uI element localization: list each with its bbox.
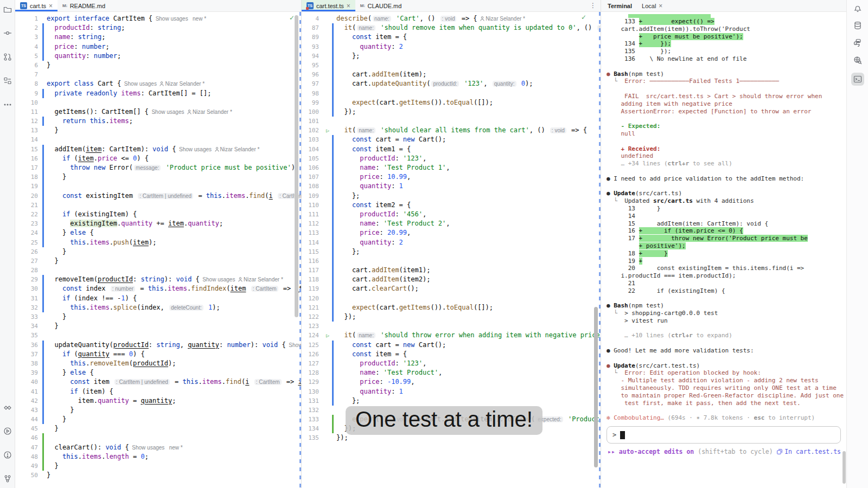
problems-icon[interactable]	[3, 450, 12, 460]
code-line[interactable]: 19	[15, 182, 301, 191]
code-line[interactable]: 44 }	[15, 415, 301, 424]
code-line[interactable]: 18 }	[15, 172, 301, 182]
code-line[interactable]: 135});	[302, 433, 601, 442]
close-tab-icon[interactable]: ×	[347, 3, 350, 9]
code-line[interactable]: 37 if (quantity === 0) {	[15, 350, 301, 359]
services-icon[interactable]	[3, 402, 12, 412]
code-line[interactable]: 14	[15, 135, 301, 144]
code-line[interactable]: 40 const item : CartItem | undefined = t…	[15, 377, 301, 387]
code-line[interactable]: 32 this.items.splice(index, deleteCount:…	[15, 303, 301, 312]
code-line[interactable]: 93 quantity: 2	[302, 42, 601, 52]
code-line[interactable]: 5 quantity: number;	[15, 52, 301, 61]
code-line[interactable]: 15 addItem(item: CartItem): void { Show …	[15, 145, 301, 154]
code-line[interactable]: 47 clearCart(): void { Show usages new *	[15, 443, 301, 452]
close-tab-icon[interactable]: ×	[659, 3, 662, 9]
code-line[interactable]: 89 const item = {	[302, 33, 601, 42]
code-line[interactable]: 98	[302, 89, 601, 98]
code-line[interactable]: 101	[302, 117, 601, 126]
code-line[interactable]: 34 }	[15, 322, 301, 331]
code-line[interactable]: 123	[302, 322, 601, 331]
code-line[interactable]: 26 }	[15, 247, 301, 256]
code-line[interactable]: 7	[15, 70, 301, 79]
code-line[interactable]: 42 item.quantity = quantity;	[15, 396, 301, 406]
code-line[interactable]: 9 private readonly items: CartItem[] = […	[15, 89, 301, 98]
code-line[interactable]: 38 this.removeItem(productId);	[15, 359, 301, 368]
code-line[interactable]: 94 };	[302, 52, 601, 61]
tab-claude-md[interactable]: M↓ CLAUDE.md	[355, 0, 407, 11]
close-tab-icon[interactable]: ×	[49, 3, 53, 9]
context-file-indicator[interactable]: In cart.test.ts	[777, 448, 841, 455]
code-line[interactable]: 116	[302, 256, 601, 266]
code-line[interactable]: 106 name: 'Test Product 1',	[302, 163, 601, 172]
code-line[interactable]: 119 cart.clearCart();	[302, 284, 601, 293]
code-line[interactable]: 111 productId: '456',	[302, 210, 601, 219]
code-line[interactable]: 113 price: 20.99,	[302, 228, 601, 237]
structure-icon[interactable]	[3, 76, 12, 86]
tab-local[interactable]: Local ×	[642, 3, 662, 9]
code-line[interactable]: 100 });	[302, 107, 601, 117]
code-line[interactable]: 127 productId: '123',	[302, 359, 601, 368]
code-line[interactable]: 121 expect(cart.getItems()).toEqual([]);	[302, 303, 601, 312]
code-line[interactable]: 49 }	[15, 461, 301, 471]
terminal-icon[interactable]	[851, 73, 864, 86]
code-line[interactable]: 133 expect(() : void => cart.addItem(ite…	[302, 415, 601, 424]
code-line[interactable]: 30 const index : number = this.items.fin…	[15, 284, 301, 293]
code-line[interactable]: 16 if (item.price <= 0) {	[15, 154, 301, 163]
code-line[interactable]: 103 const cart = new Cart();	[302, 135, 601, 144]
code-line[interactable]: 107 price: 10.99,	[302, 172, 601, 182]
code-line[interactable]: 115 };	[302, 247, 601, 256]
code-line[interactable]: 108 quantity: 1	[302, 182, 601, 191]
code-editor-cart-ts[interactable]: 1export interface CartItem { Show usages…	[15, 12, 301, 488]
scrollbar-thumb[interactable]	[295, 15, 298, 317]
code-line[interactable]: 99 expect(cart.getItems()).toEqual([]);	[302, 98, 601, 107]
code-line[interactable]: 39 } else {	[15, 368, 301, 377]
code-line[interactable]: 96 cart.addItem(item);	[302, 70, 601, 79]
code-line[interactable]: 120	[302, 294, 601, 303]
run-test-icon[interactable]: ▷	[323, 331, 332, 340]
tab-terminal[interactable]: Terminal	[608, 3, 632, 9]
code-line[interactable]: 118 cart.addItem(item2);	[302, 275, 601, 284]
code-line[interactable]: 10	[15, 98, 301, 107]
code-line[interactable]: 33 }	[15, 312, 301, 322]
code-line[interactable]: 48 this.items.length = 0;	[15, 452, 301, 461]
code-line[interactable]: 36 updateQuantity(productId: string, qua…	[15, 341, 301, 350]
code-line[interactable]: 3 name: string;	[15, 33, 301, 42]
web-inspector-icon[interactable]	[853, 55, 863, 65]
code-line[interactable]: 117 cart.addItem(item1);	[302, 266, 601, 275]
pull-requests-icon[interactable]	[3, 52, 12, 62]
code-line[interactable]: 122 });	[302, 312, 601, 322]
code-line[interactable]: 11 getItems(): CartItem[] { Show usages …	[15, 107, 301, 117]
code-line[interactable]: 29 removeItem(productId: string): void {…	[15, 275, 301, 284]
python-console-icon[interactable]	[853, 38, 863, 48]
code-line[interactable]: 125 const cart = new Cart();	[302, 341, 601, 350]
code-line[interactable]: 126 const item = {	[302, 350, 601, 359]
tab-readme-md[interactable]: M↓ README.md	[58, 0, 110, 11]
code-line[interactable]: 43 }	[15, 406, 301, 415]
code-line[interactable]: 97 cart.updateQuantity(productId: '123',…	[302, 79, 601, 88]
code-line[interactable]: 110 const item2 = {	[302, 201, 601, 210]
code-line[interactable]: 45 }	[15, 424, 301, 433]
auto-accept-toggle[interactable]: ▸▸ auto-accept edits on (shift+tab to cy…	[608, 448, 773, 455]
code-editor-cart-test-ts[interactable]: 4describe(name: 'Cart', () : void => { N…	[302, 12, 601, 488]
code-line[interactable]: 24 } else {	[15, 228, 301, 237]
tab-cart-test-ts[interactable]: TS cart.test.ts ×	[302, 0, 355, 11]
code-line[interactable]: 105 productId: '123',	[302, 154, 601, 163]
code-line[interactable]: 4describe(name: 'Cart', () : void => { N…	[302, 14, 601, 23]
code-line[interactable]: 1export interface CartItem { Show usages…	[15, 14, 301, 23]
code-line[interactable]: 87 it(name: 'should remove item when qua…	[302, 23, 601, 33]
code-line[interactable]: 109 };	[302, 191, 601, 201]
code-line[interactable]: 130 quantity: 1	[302, 387, 601, 396]
code-line[interactable]: 95	[302, 61, 601, 70]
code-line[interactable]: 46	[15, 433, 301, 442]
code-line[interactable]: 131 };	[302, 396, 601, 406]
code-line[interactable]: 2 productId: string;	[15, 23, 301, 33]
code-line[interactable]: 12 return this.items;	[15, 117, 301, 126]
code-line[interactable]: 114 quantity: 2	[302, 238, 601, 247]
code-line[interactable]: 129 price: -10.99,	[302, 377, 601, 387]
tab-cart-ts[interactable]: TS cart.ts ×	[15, 0, 58, 11]
code-line[interactable]: 132	[302, 406, 601, 415]
code-line[interactable]: 31 if (index !== -1) {	[15, 294, 301, 303]
code-line[interactable]: 102▷ it(name: 'should clear all items fr…	[302, 126, 601, 135]
code-line[interactable]: 13 }	[15, 126, 301, 135]
notifications-icon[interactable]	[853, 3, 863, 13]
